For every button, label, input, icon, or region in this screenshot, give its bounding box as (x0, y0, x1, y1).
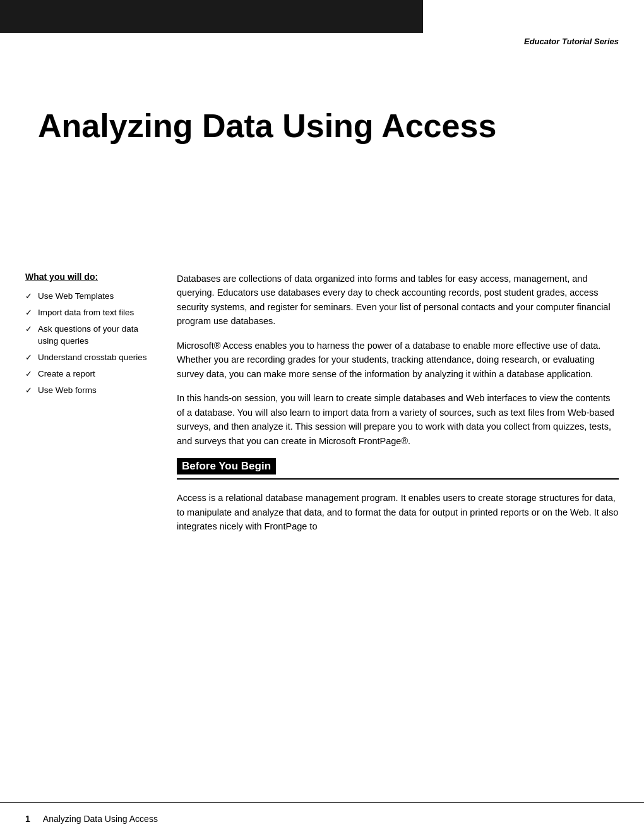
section-heading: Before You Begin (177, 458, 276, 474)
checklist: Use Web Templates Import data from text … (25, 291, 152, 397)
footer: 1 Analyzing Data Using Access (0, 802, 644, 834)
right-column: Databases are collections of data organi… (177, 272, 619, 544)
footer-page-number: 1 (25, 814, 30, 824)
intro-paragraph-1: Databases are collections of data organi… (177, 272, 619, 329)
page-title: Analyzing Data Using Access (38, 107, 496, 145)
left-column: What you will do: Use Web Templates Impo… (25, 272, 152, 402)
intro-paragraph-2: Microsoft® Access enables you to harness… (177, 339, 619, 381)
list-item: Use Web Templates (25, 291, 152, 302)
section-heading-wrapper: Before You Begin (177, 458, 619, 480)
list-item: Ask questions of your data using queries (25, 323, 152, 346)
list-item: Import data from text files (25, 307, 152, 318)
series-label: Educator Tutorial Series (524, 37, 619, 46)
header-bar (0, 0, 423, 33)
footer-title: Analyzing Data Using Access (43, 814, 158, 824)
what-you-will-do-label: What you will do: (25, 272, 152, 282)
list-item: Create a report (25, 368, 152, 380)
list-item: Understand crosstab queries (25, 352, 152, 363)
list-item: Use Web forms (25, 385, 152, 396)
before-you-begin-paragraph: Access is a relational database manageme… (177, 491, 619, 533)
intro-paragraph-3: In this hands-on session, you will learn… (177, 391, 619, 448)
content-area: What you will do: Use Web Templates Impo… (25, 272, 619, 796)
